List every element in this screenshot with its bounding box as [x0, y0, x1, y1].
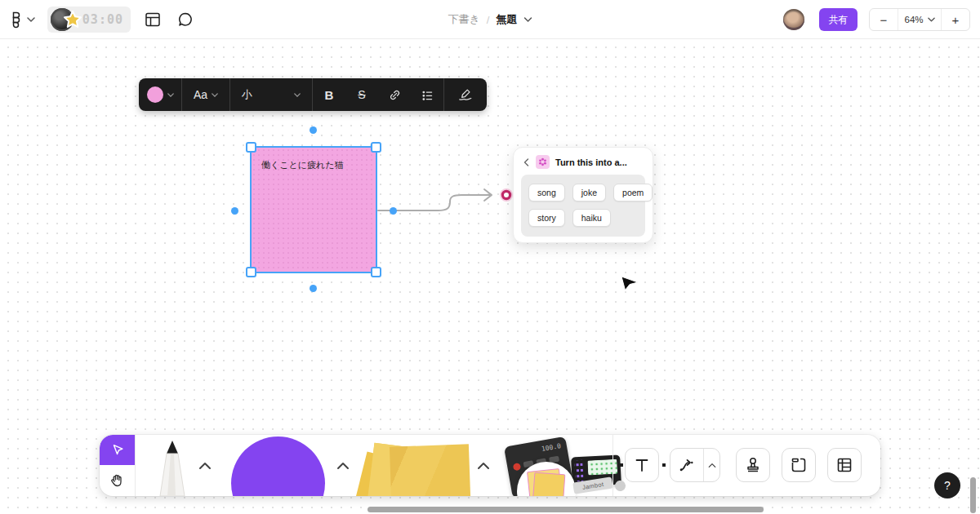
font-size-dropdown[interactable]: 小: [230, 78, 312, 111]
star-sticker-icon: [62, 10, 83, 31]
calculator-display: 100.0: [541, 442, 561, 453]
option-song-button[interactable]: song: [528, 184, 565, 202]
text-format-toolbar: Aa 小 B S: [139, 78, 487, 111]
figma-logo-menu[interactable]: [8, 11, 35, 29]
chevron-up-icon: [477, 462, 490, 470]
connector-tool-group: [670, 448, 720, 482]
jambot-chip: [536, 155, 550, 169]
resize-handle-top-right[interactable]: [371, 142, 381, 153]
table-tool[interactable]: [827, 448, 862, 482]
chevron-down-icon: [294, 93, 301, 97]
zoom-level-dropdown[interactable]: 64%: [898, 9, 942, 30]
connector-menu-caret[interactable]: [704, 449, 719, 481]
popup-header: Turn this into a...: [514, 148, 653, 175]
strikethrough-button[interactable]: S: [345, 78, 378, 111]
option-joke-button[interactable]: joke: [572, 184, 606, 202]
chevron-down-icon[interactable]: [523, 17, 532, 22]
chevron-down-icon: [167, 93, 174, 97]
sticky-stack-front[interactable]: [390, 444, 470, 496]
music-widget-keys: [574, 460, 583, 481]
link-button[interactable]: [378, 78, 411, 111]
option-haiku-button[interactable]: haiku: [572, 209, 611, 227]
text-handle-dot: [662, 463, 666, 467]
user-avatar[interactable]: [783, 9, 804, 30]
help-button[interactable]: ?: [934, 472, 960, 498]
hand-tool[interactable]: [100, 465, 135, 496]
popup-title: Turn this into a...: [555, 157, 627, 167]
chevron-up-icon: [336, 462, 350, 470]
marker-pen-tool[interactable]: [151, 441, 194, 496]
templates-button[interactable]: [145, 11, 161, 28]
bold-button[interactable]: B: [313, 78, 345, 111]
select-tool-active[interactable]: [100, 435, 135, 465]
sticker-note-front: [532, 472, 566, 496]
file-title[interactable]: 無題: [496, 12, 517, 27]
shape-tool-circle[interactable]: [231, 436, 325, 496]
connector-handle-left[interactable]: [231, 207, 238, 215]
zoom-out-button[interactable]: −: [870, 9, 898, 30]
text-handle-dot: [620, 463, 623, 467]
top-bar: 03:00 下書き / 無題 共有: [0, 0, 980, 39]
scribble-button[interactable]: [444, 78, 487, 111]
connector-arrow-icon: [679, 457, 695, 473]
back-chevron-icon[interactable]: [523, 158, 530, 166]
comment-button[interactable]: [176, 11, 194, 29]
pen-menu-caret[interactable]: [198, 459, 212, 467]
shape-menu-caret[interactable]: [336, 459, 350, 467]
popup-options: song joke poem story haiku: [521, 175, 645, 237]
timer-value: 03:00: [82, 12, 123, 27]
zoom-in-button[interactable]: +: [942, 9, 969, 30]
pen-signature-icon: [457, 87, 474, 102]
sticky-note[interactable]: 働くことに疲れた猫: [250, 146, 377, 273]
connector-handle-bottom[interactable]: [310, 285, 317, 292]
layout-grid-icon: [145, 11, 161, 28]
resize-handle-bottom-right[interactable]: [371, 267, 381, 277]
font-dropdown[interactable]: Aa: [182, 78, 229, 111]
chevron-up-icon: [198, 462, 212, 470]
horizontal-scrollbar[interactable]: [368, 507, 764, 512]
list-button[interactable]: [411, 78, 443, 111]
figma-logo-icon: [8, 11, 23, 29]
resize-handle-bottom-left[interactable]: [246, 267, 256, 277]
option-story-button[interactable]: story: [528, 209, 565, 227]
breadcrumb-separator: /: [487, 14, 490, 26]
zoom-level-value: 64%: [904, 15, 923, 24]
chevron-down-icon: [928, 17, 935, 22]
color-swatch-pink: [147, 86, 163, 103]
figjam-app: 03:00 下書き / 無題 共有: [0, 0, 980, 514]
connector-handle-right[interactable]: [390, 207, 397, 215]
dock-divider: [135, 435, 136, 496]
ai-turn-into-popup: Turn this into a... song joke poem story…: [513, 147, 653, 243]
connector-tool[interactable]: [670, 449, 704, 481]
share-button[interactable]: 共有: [819, 8, 858, 31]
sticky-note-text[interactable]: 働くことに疲れた猫: [261, 159, 344, 171]
chevron-down-icon: [27, 17, 35, 22]
vertical-scrollbar[interactable]: [970, 477, 976, 513]
font-label: Aa: [194, 88, 207, 101]
connector-handle-top[interactable]: [310, 126, 317, 134]
bottom-toolbar: 100.0 Jambot: [100, 435, 880, 496]
flower-icon: [538, 157, 547, 166]
chevron-down-icon: [212, 93, 218, 97]
bullet-list-icon: [421, 88, 434, 102]
cursor-arrow-icon: [110, 443, 125, 458]
breadcrumb: 下書き / 無題: [448, 0, 532, 39]
fill-color-dropdown[interactable]: [139, 78, 181, 111]
widget-gear-dot: [614, 480, 626, 492]
comment-bubble-icon: [176, 11, 194, 29]
link-icon: [388, 88, 402, 102]
timer-widget[interactable]: 03:00: [47, 7, 131, 33]
breadcrumb-folder[interactable]: 下書き: [448, 12, 480, 27]
resize-handle-top-left[interactable]: [246, 142, 256, 153]
options-row-1: song joke poem: [528, 184, 638, 202]
font-size-label: 小: [242, 87, 252, 102]
sticky-menu-caret[interactable]: [477, 459, 490, 467]
section-tool[interactable]: [782, 448, 816, 482]
calculator-red-key: [513, 463, 521, 471]
option-poem-button[interactable]: poem: [613, 184, 653, 202]
section-icon: [790, 456, 808, 474]
text-tool[interactable]: [625, 448, 659, 482]
text-icon: [634, 457, 650, 473]
stamp-tool[interactable]: [736, 448, 770, 482]
stamp-icon: [744, 456, 762, 474]
